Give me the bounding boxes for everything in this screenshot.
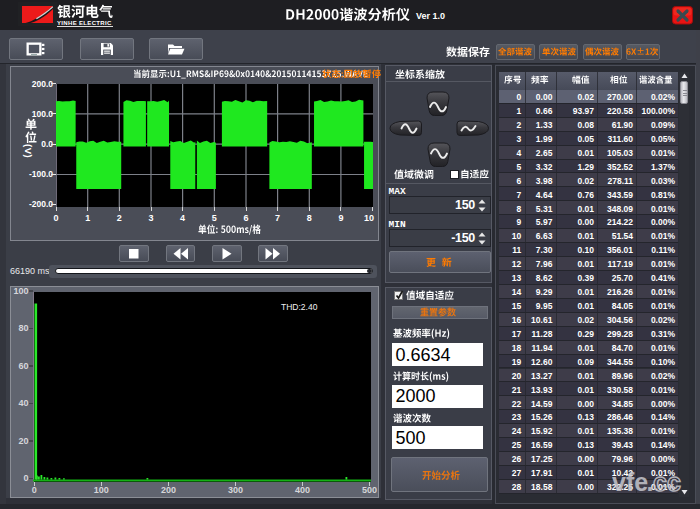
svg-text:vfe: vfe [612, 468, 648, 496]
svg-text:cc: cc [653, 468, 681, 496]
